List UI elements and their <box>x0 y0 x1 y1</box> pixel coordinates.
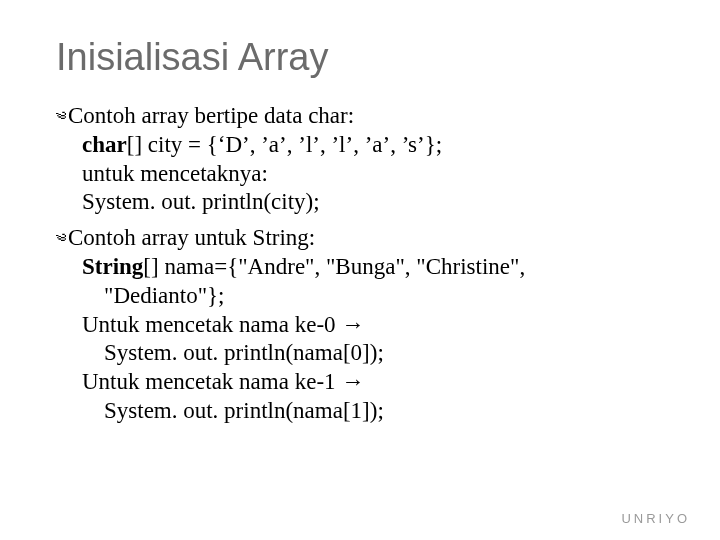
bullet-1-text: Contoh array bertipe data char: <box>68 101 354 131</box>
code-println-nama1: System. out. println(nama[1]); <box>56 397 664 426</box>
char-decl-rest: [] city = {‘D’, ’a’, ’l’, ’l’, ’a’, ’s’}… <box>127 132 442 157</box>
bullet-icon: ༄ <box>56 226 66 252</box>
slide: Inisialisasi Array ༄ Contoh array bertip… <box>0 0 720 426</box>
slide-title: Inisialisasi Array <box>56 36 664 79</box>
bullet-2-text: Contoh array untuk String: <box>68 223 315 253</box>
code-println-city: System. out. println(city); <box>56 188 664 217</box>
code-line-string-decl: String[] nama={"Andre", "Bunga", "Christ… <box>56 253 664 282</box>
text-untuk-mencetaknya: untuk mencetaknya: <box>56 160 664 189</box>
text-cetak-0: Untuk mencetak nama ke-0 → <box>56 311 664 340</box>
code-line-string-decl-cont: "Dedianto"}; <box>56 282 664 311</box>
keyword-char: char <box>82 132 127 157</box>
bullet-icon: ༄ <box>56 104 66 130</box>
bullet-2: ༄ Contoh array untuk String: <box>56 223 664 253</box>
code-println-nama0: System. out. println(nama[0]); <box>56 339 664 368</box>
footer-brand: UNRIYO <box>621 511 690 526</box>
string-decl-rest: [] nama={"Andre", "Bunga", "Christine", <box>143 254 525 279</box>
code-line-char-decl: char[] city = {‘D’, ’a’, ’l’, ’l’, ’a’, … <box>56 131 664 160</box>
text-cetak-1: Untuk mencetak nama ke-1 → <box>56 368 664 397</box>
keyword-string: String <box>82 254 143 279</box>
bullet-1: ༄ Contoh array bertipe data char: <box>56 101 664 131</box>
